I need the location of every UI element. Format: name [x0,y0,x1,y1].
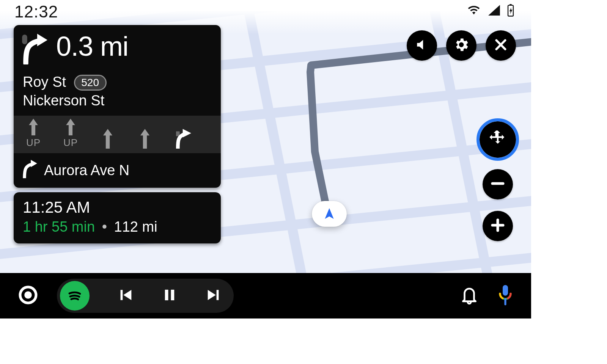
close-button[interactable] [486,30,516,61]
lane-1: UP [21,119,46,149]
status-icons [467,4,514,18]
turn-card: 0.3 mi Roy St 520 Nickerson St UP [14,25,221,188]
lane-guidance: UP UP [14,116,221,153]
turn-right-icon [20,33,49,66]
eta-card[interactable]: 11:25 AM 1 hr 55 min • 112 mi [14,192,221,243]
status-clock: 12:32 [14,2,58,21]
skip-next-icon [205,286,222,305]
wifi-icon [467,5,480,17]
settings-button[interactable] [446,30,476,61]
spotify-app-icon[interactable] [60,281,90,311]
lane-4 [133,129,157,149]
lane-3 [96,129,120,149]
notifications-button[interactable] [460,286,479,306]
next-turn-right-icon [21,159,37,182]
speaker-muted-icon [415,38,429,53]
prev-track-button[interactable] [117,286,134,305]
turn-street-row: Roy St 520 [23,73,212,91]
launcher-icon [17,284,39,307]
next-step-row: Aurora Ave N [14,153,221,188]
pause-icon [162,286,178,305]
turn-street-primary: Roy St [23,74,66,90]
lane-2: UP [58,119,83,149]
turn-distance: 0.3 mi [56,33,128,60]
svg-point-21 [24,291,32,299]
minus-icon [490,176,506,193]
plus-icon [490,217,506,235]
eta-duration: 1 hr 55 min [23,219,95,235]
skip-previous-icon [117,286,134,305]
system-bar [0,273,531,318]
svg-rect-25 [217,290,219,300]
pan-button[interactable] [480,121,516,158]
svg-rect-10 [510,4,512,6]
lane-caption: UP [26,137,41,149]
voice-assistant-button[interactable] [497,284,514,307]
svg-rect-24 [171,290,175,300]
route-badge: 520 [74,75,107,91]
google-mic-icon [497,284,514,307]
lane-5-active [170,127,194,149]
lane-caption: UP [63,137,78,149]
eta-distance: 112 mi [114,219,157,235]
cellular-icon [487,5,500,17]
pause-button[interactable] [162,286,178,305]
svg-rect-23 [165,290,168,300]
close-icon [493,37,508,54]
svg-rect-26 [503,285,508,296]
app-content: 12:32 [0,0,531,318]
svg-rect-22 [121,290,123,300]
next-step-street: Aurora Ave N [44,162,129,179]
gear-icon [453,36,470,55]
mute-button[interactable] [407,30,437,61]
pan-icon [488,129,508,150]
launcher-button[interactable] [17,284,39,307]
media-pill[interactable] [57,279,234,313]
zoom-out-button[interactable] [483,169,513,199]
battery-charging-icon [507,4,514,18]
bell-icon [460,286,479,306]
eta-arrival-time: 11:25 AM [23,198,212,217]
zoom-in-button[interactable] [483,211,513,241]
next-track-button[interactable] [205,286,222,305]
current-location-marker[interactable] [312,201,347,227]
turn-street-secondary: Nickerson St [23,91,212,110]
eta-detail: 1 hr 55 min • 112 mi [23,219,212,235]
